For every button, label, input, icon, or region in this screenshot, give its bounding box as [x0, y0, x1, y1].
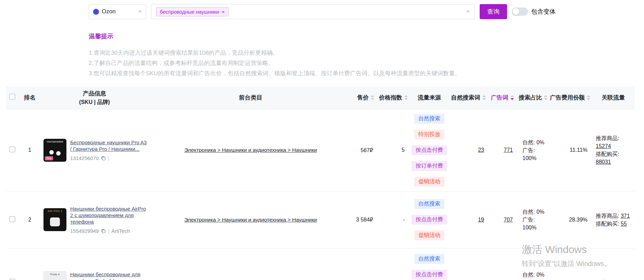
copy-icon[interactable]: [101, 156, 106, 161]
brand-link[interactable]: ArtiTech: [111, 228, 130, 234]
table-row: 3 Pods 4 Наушники беспроводные для телеф…: [6, 248, 635, 280]
header-price[interactable]: 售价: [353, 86, 378, 109]
sort-icons[interactable]: [371, 95, 374, 100]
price-value: 1 970₽: [353, 248, 378, 280]
keyword-tag-label: беспроводные наушники: [160, 9, 219, 15]
platform-select[interactable]: Ozon: [89, 4, 146, 19]
results-table: 排名 产品信息 (SKU | 品牌) 前台类目 售价 价格指数 流量来源 自然搜…: [6, 86, 635, 280]
traffic-tag[interactable]: 特别投放: [414, 130, 444, 139]
rank-value: 3: [18, 248, 41, 280]
rank-value: 1: [18, 109, 41, 191]
product-image[interactable]: Pods 4: [43, 271, 66, 280]
keyword-input[interactable]: беспроводные наушники ×: [151, 4, 475, 19]
share-natural: 自然: 0%: [522, 208, 548, 216]
tips-panel: 温馨提示 1.查询近30天内进入过该关键词搜索结果前108的产品，竞品分析更精确…: [89, 32, 460, 79]
product-title-link[interactable]: Наушники беспроводные AirPro 2 с шумопод…: [70, 205, 148, 225]
share-ad: 广告: 100%: [522, 146, 548, 162]
share-natural: 自然: 0%: [522, 271, 548, 279]
select-all-checkbox[interactable]: [9, 94, 15, 100]
sort-icons[interactable]: [544, 95, 547, 100]
price-value: 3 584₽: [353, 191, 378, 248]
price-value: 567₽: [353, 109, 378, 191]
traffic-tag[interactable]: 促销活动: [414, 177, 444, 187]
header-related-traffic: 关联流量: [592, 86, 635, 109]
row-checkbox[interactable]: [9, 216, 15, 222]
row-checkbox[interactable]: [9, 279, 15, 280]
related-label: 推荐商品:: [596, 135, 619, 141]
sort-icons[interactable]: [404, 95, 408, 100]
traffic-tag[interactable]: 按点击付费: [412, 215, 447, 225]
traffic-tag[interactable]: 按点击付费: [412, 270, 447, 280]
traffic-tag[interactable]: 促销活动: [414, 230, 444, 240]
separator: |: [108, 228, 109, 234]
category-link[interactable]: Электроника > Наушники и аудиотехника > …: [184, 147, 317, 153]
related-value-link[interactable]: 88031: [596, 159, 611, 165]
header-select: [6, 86, 18, 109]
query-button[interactable]: 查询: [480, 4, 507, 19]
keyword-tag-remove-icon[interactable]: ×: [222, 9, 225, 14]
tip-line: 2.了解自己产品的流量结构，或参考标杆竞品的流量布局制定运营策略。: [89, 58, 460, 68]
chevron-down-icon: [466, 11, 470, 13]
traffic-tag[interactable]: 按点击付费: [412, 145, 447, 155]
topbar: Ozon беспроводные наушники × 查询 包含变体: [89, 4, 556, 19]
header-traffic-source: 流量来源: [409, 86, 450, 109]
earbuds-graphic: [49, 150, 54, 155]
related-label: 推荐商品:: [596, 213, 619, 219]
share-natural: 自然: 0%: [522, 138, 548, 146]
price-index-value: 5: [378, 109, 409, 191]
row-checkbox[interactable]: [9, 146, 15, 152]
header-rank: 排名: [18, 86, 41, 109]
chevron-down-icon: [138, 11, 142, 13]
ad-cost-share-value: 11.11%: [548, 109, 592, 191]
keyword-tag[interactable]: беспроводные наушники ×: [156, 7, 229, 16]
related-label: 搭配购买:: [596, 151, 619, 157]
product-image[interactable]: НАУШНИКИ Pro: [43, 139, 66, 162]
include-variants-toggle[interactable]: [512, 8, 528, 16]
ad-cost-share-value: 22.94%: [548, 248, 592, 280]
related-value-link[interactable]: 371: [621, 213, 630, 219]
price-index-value: -: [378, 191, 409, 248]
traffic-tag[interactable]: 自然搜索: [414, 254, 444, 264]
category-link[interactable]: Электроника > Наушники и аудиотехника > …: [184, 217, 317, 223]
share-ad: 广告: 100%: [522, 216, 548, 231]
share-ad: 广告: 100%: [522, 279, 548, 280]
tip-line: 1.查询近30天内进入过该关键词搜索结果前108的产品，竞品分析更精确。: [89, 48, 460, 58]
traffic-tag[interactable]: 自然搜索: [414, 199, 444, 209]
traffic-tag[interactable]: 自然搜索: [414, 114, 444, 124]
table-row: 2 AIR PRO 2 Наушники беспроводные AirPro…: [6, 191, 635, 248]
header-price-index[interactable]: 价格指数: [378, 86, 409, 109]
product-title-link[interactable]: Беспроводные наушники Pro A3 / Гарнитура…: [70, 139, 148, 152]
table-row: 1 НАУШНИКИ Pro Беспроводные наушники Pro…: [6, 109, 635, 191]
platform-select-value: Ozon: [102, 8, 116, 15]
header-ad-cost-share[interactable]: 广告费用份额: [548, 86, 592, 109]
natural-words-link[interactable]: 23: [478, 147, 484, 153]
sku-value: 1314256070: [70, 155, 99, 161]
header-product: 产品信息 (SKU | 品牌): [41, 86, 148, 109]
earbuds-case-graphic: [50, 217, 60, 226]
toggle-knob: [513, 8, 519, 15]
related-value-link[interactable]: 55: [621, 221, 627, 227]
product-image[interactable]: AIR PRO 2: [43, 208, 66, 231]
tip-line: 3.您可以精准查找每个SKU的所有流量词和广告出价，包括自然搜索词、模版和登上顶…: [89, 68, 460, 79]
ad-words-link[interactable]: 771: [504, 147, 513, 153]
ozon-logo-icon: [93, 9, 99, 15]
header-ad-words[interactable]: 广告词: [487, 86, 518, 109]
header-search-share[interactable]: 搜索占比: [518, 86, 548, 109]
rank-value: 2: [18, 191, 41, 248]
traffic-tag[interactable]: 按订单付费: [412, 161, 447, 171]
natural-words-link[interactable]: 19: [478, 217, 484, 223]
price-index-value: -: [378, 248, 409, 280]
sort-icons[interactable]: [482, 95, 486, 100]
sku-value: 1554929949: [70, 228, 99, 234]
sort-icons[interactable]: [510, 95, 514, 100]
sort-icons[interactable]: [587, 95, 590, 100]
product-title-link[interactable]: Наушники беспроводные для телефона Pods …: [70, 271, 148, 280]
header-category: 前台类目: [148, 86, 353, 109]
copy-icon[interactable]: [101, 228, 106, 234]
include-variants-label: 包含变体: [531, 8, 556, 16]
header-natural-words[interactable]: 自然搜索词: [450, 86, 487, 109]
ad-cost-share-value: 28.39%: [548, 191, 592, 248]
ad-words-link[interactable]: 707: [504, 217, 513, 223]
related-value-link[interactable]: 15274: [596, 143, 611, 149]
tips-title: 温馨提示: [89, 32, 460, 40]
